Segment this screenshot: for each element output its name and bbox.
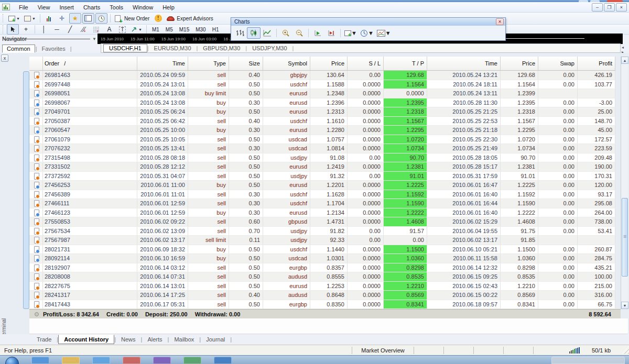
history-table-row[interactable]: 27060547 2010.05.25 10:00 buy 0.30 eurus… — [29, 126, 615, 135]
history-table-row[interactable]: 26998051 2010.05.24 13:08 buy limit 0.50… — [29, 89, 615, 98]
scroll-up-icon[interactable]: ▲ — [621, 57, 628, 64]
chart-tab[interactable]: USDCHF,H1 — [103, 44, 147, 52]
terminal-panel-icon[interactable] — [95, 13, 107, 24]
taskbar-tray[interactable] — [551, 357, 625, 364]
side-scrollbar[interactable] — [23, 71, 29, 309]
history-table-row[interactable]: 28227675 2010.06.14 13:01 sell 0.50 euru… — [29, 282, 615, 291]
table-scrollbar[interactable]: ▲ ▼ — [621, 57, 628, 309]
history-table-row[interactable]: 27049701 2010.05.25 06:24 buy 0.50 eurus… — [29, 107, 615, 117]
taskbar-app-icon[interactable] — [153, 357, 171, 364]
chart-tab[interactable]: GBPUSD,M30 — [198, 45, 245, 52]
menu-item[interactable]: Insert — [55, 3, 79, 12]
mdi-minimize-button[interactable]: – — [592, 3, 603, 12]
start-button[interactable] — [5, 357, 19, 364]
mdi-close-button[interactable]: × — [616, 3, 627, 12]
navigator-tab[interactable]: Common — [2, 45, 35, 53]
terminal-close-icon[interactable]: x — [1, 54, 8, 62]
terminal-tab[interactable]: News — [116, 335, 141, 344]
history-table-row[interactable]: 27331502 2010.05.28 12:12 sell 0.50 euru… — [29, 162, 615, 172]
timeframe-button[interactable]: M15 — [176, 26, 192, 33]
history-table-row[interactable]: 27466111 2010.06.01 12:59 sell 0.30 usdc… — [29, 199, 615, 208]
crosshair-move-icon[interactable]: ✛ — [56, 13, 68, 24]
chart-tab[interactable]: EURUSD,M30 — [149, 45, 197, 52]
history-table-row[interactable]: 27050387 2010.05.25 06:42 sell 0.40 usdc… — [29, 117, 615, 126]
profiles-button[interactable]: ▼ — [23, 13, 37, 24]
column-header-close-time[interactable]: Time — [427, 57, 501, 70]
terminal-tab[interactable]: Journal — [201, 335, 230, 344]
navigator-panel-title[interactable]: Navigator ▼ — [2, 35, 97, 43]
navigator-tab[interactable]: Favorites — [37, 45, 69, 52]
expert-advisors-button[interactable]: Expert Advisors — [165, 13, 214, 24]
line-chart-button[interactable] — [261, 27, 274, 39]
chart-shift-button[interactable] — [324, 27, 338, 39]
cursor-tool-icon[interactable] — [7, 24, 19, 35]
history-table-row[interactable]: 27315498 2010.05.28 08:18 sell 0.50 usdj… — [29, 153, 615, 163]
toolbar-grip[interactable] — [3, 25, 4, 34]
history-table-row[interactable]: 28208008 2010.06.14 07:31 sell 0.50 audu… — [29, 272, 615, 282]
channel-tool-icon[interactable]: E — [77, 24, 89, 35]
column-header-sl[interactable]: S / L — [348, 57, 384, 70]
history-table-row[interactable]: 28092114 2010.06.10 16:59 buy 0.50 usdca… — [29, 254, 615, 263]
text-tool-icon[interactable]: A — [103, 24, 115, 35]
history-table-row[interactable]: 27567987 2010.06.02 13:17 sell limit 0.1… — [29, 236, 615, 245]
timeframe-button[interactable]: M30 — [192, 26, 209, 33]
trendline-tool-icon[interactable]: ╱ — [64, 24, 76, 35]
favorites-icon[interactable]: ★ — [69, 13, 81, 24]
navigator-panel-icon[interactable] — [82, 13, 94, 24]
timeframe-button[interactable]: M1 — [149, 26, 162, 33]
menu-item[interactable]: Help — [158, 3, 179, 12]
terminal-tab[interactable]: Account History — [58, 335, 114, 344]
auto-scroll-button[interactable] — [311, 27, 324, 39]
zoom-out-button[interactable] — [292, 27, 306, 39]
menu-item[interactable]: File — [14, 3, 33, 12]
taskbar-app-icon[interactable] — [92, 357, 110, 364]
history-table-row[interactable]: 28021731 2010.06.09 18:32 buy 0.50 usdch… — [29, 245, 615, 255]
scroll-down-icon[interactable]: ▼ — [621, 302, 628, 309]
column-header-price[interactable]: Price — [310, 57, 348, 70]
menu-item[interactable]: Charts — [79, 3, 105, 12]
candlestick-chart-button[interactable] — [247, 27, 261, 39]
terminal-tab[interactable]: Mailbox — [169, 335, 199, 344]
column-header-order[interactable]: Order / — [43, 57, 137, 70]
column-header-profit[interactable]: Profit — [578, 57, 615, 70]
charts-toolbar-titlebar[interactable]: Charts ✕ — [231, 18, 505, 26]
horizontal-line-tool-icon[interactable]: ─ — [51, 24, 63, 35]
history-table-row[interactable]: 28417443 2010.06.17 05:31 sell 0.50 eurg… — [29, 300, 615, 310]
history-table-row[interactable]: 28241317 2010.06.14 17:25 sell 0.40 audu… — [29, 291, 615, 300]
tick-chart-icon[interactable] — [43, 13, 55, 24]
column-header-tp[interactable]: T / P — [384, 57, 427, 70]
taskbar-app-icon[interactable] — [62, 357, 80, 364]
close-icon[interactable]: ✕ — [496, 18, 504, 25]
history-table-row[interactable]: 27466123 2010.06.01 12:59 buy 0.30 eurus… — [29, 208, 615, 218]
chevron-down-icon[interactable]: ▼ — [92, 37, 96, 41]
chart-tab[interactable]: USDJPY,M30 — [247, 45, 292, 52]
taskbar-app-icon[interactable] — [183, 357, 201, 364]
column-header-close-price[interactable]: Price — [501, 57, 538, 70]
column-header-symbol[interactable]: Symbol — [263, 57, 310, 70]
timeframe-button[interactable]: M5 — [162, 26, 176, 33]
templates-button[interactable]: ▼ — [375, 29, 393, 37]
crosshair-tool-icon[interactable]: + — [20, 24, 32, 35]
history-table-row[interactable]: 26998067 2010.05.24 13:08 buy 0.30 eurus… — [29, 98, 615, 108]
column-header-size[interactable]: Size — [229, 57, 263, 70]
taskbar-app-icon[interactable] — [31, 357, 49, 364]
history-table-row[interactable]: 26981463 2010.05.24 09:59 sell 0.40 gbpj… — [29, 71, 615, 80]
indicators-button[interactable]: +▼ — [343, 29, 359, 37]
taskbar-app-icon[interactable] — [123, 357, 140, 364]
timeframe-button[interactable]: H1 — [209, 26, 222, 33]
metaeditor-warning-icon[interactable]: ! — [152, 13, 164, 24]
menu-item[interactable]: Tools — [105, 3, 128, 12]
zoom-in-button[interactable] — [279, 27, 292, 39]
column-header[interactable] — [29, 57, 43, 70]
history-table-row[interactable]: 26997448 2010.05.24 13:01 sell 0.50 usdc… — [29, 80, 615, 90]
column-header-type[interactable]: Type — [188, 57, 229, 70]
new-chart-button[interactable]: +▼ — [7, 13, 21, 24]
toolbar-grip[interactable] — [3, 14, 4, 23]
vertical-line-tool-icon[interactable]: │ — [38, 24, 50, 35]
column-header-time[interactable]: Time — [137, 57, 188, 70]
column-header-swap[interactable]: Swap — [538, 57, 578, 70]
taskbar-app-icon[interactable] — [214, 357, 232, 364]
menu-item[interactable]: Window — [128, 3, 158, 12]
menu-item[interactable]: View — [33, 3, 55, 12]
history-table-row[interactable]: 27372592 2010.05.31 04:07 sell 0.50 usdj… — [29, 172, 615, 181]
